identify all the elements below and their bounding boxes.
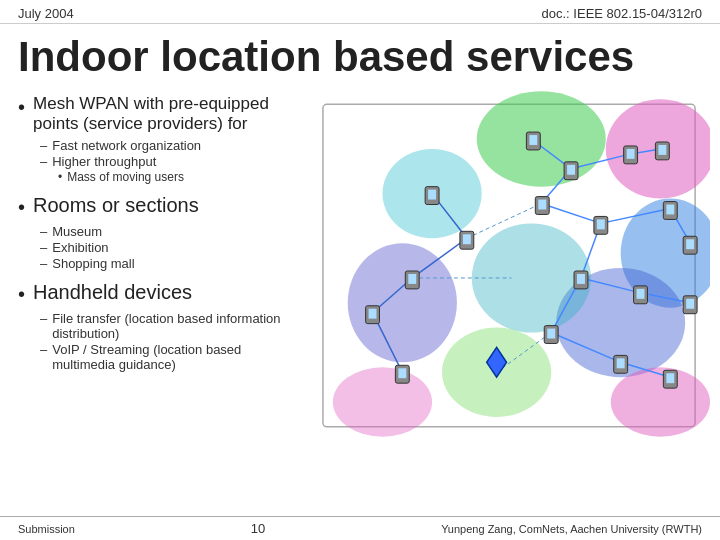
bullet-main-text-2: Rooms or sections	[33, 194, 199, 217]
slide: July 2004 doc.: IEEE 802.15-04/312r0 Ind…	[0, 0, 720, 540]
sub-text-1-1: Fast network organization	[52, 138, 201, 153]
header: July 2004 doc.: IEEE 802.15-04/312r0	[0, 0, 720, 24]
footer-right: Yunpeng Zang, ComNets, Aachen University…	[441, 523, 702, 535]
sub-list-2: – Museum – Exhibition – Shopping mall	[40, 224, 305, 271]
sub-list-1: – Fast network organization – Higher thr…	[40, 138, 305, 184]
svg-rect-66	[369, 309, 377, 319]
sub-item-3-1: – File transfer (location based informat…	[40, 311, 305, 341]
svg-rect-32	[529, 135, 537, 145]
svg-rect-44	[666, 205, 674, 215]
svg-rect-40	[538, 200, 546, 210]
svg-rect-48	[577, 274, 585, 284]
sub-text-2-3: Shopping mall	[52, 256, 134, 271]
svg-rect-36	[627, 149, 635, 159]
sub-item-2-2: – Exhibition	[40, 240, 305, 255]
svg-rect-54	[547, 329, 555, 339]
svg-point-6	[611, 367, 710, 436]
svg-rect-50	[637, 289, 645, 299]
bullet-main-1: • Mesh WPAN with pre-equipped points (se…	[18, 94, 305, 134]
svg-rect-34	[567, 165, 575, 175]
sub-item-1-2: – Higher throughput	[40, 154, 305, 169]
sub-dash: –	[40, 240, 47, 255]
sub-item-2-3: – Shopping mall	[40, 256, 305, 271]
svg-rect-68	[398, 368, 406, 378]
footer-left: Submission	[18, 523, 75, 535]
svg-rect-56	[617, 359, 625, 369]
svg-rect-64	[408, 274, 416, 284]
header-doc: doc.: IEEE 802.15-04/312r0	[542, 6, 702, 21]
svg-point-2	[477, 92, 606, 187]
slide-title: Indoor location based services	[0, 24, 720, 88]
content-area: • Mesh WPAN with pre-equipped points (se…	[0, 88, 720, 458]
sub-text-2-1: Museum	[52, 224, 102, 239]
sub-dash: –	[40, 256, 47, 271]
sub-item-3-2: – VoIP / Streaming (location based multi…	[40, 342, 305, 372]
svg-rect-46	[686, 239, 694, 249]
sub-dash: –	[40, 154, 47, 169]
bullet-dot-2: •	[18, 194, 25, 220]
svg-rect-60	[428, 190, 436, 200]
sub-dash: –	[40, 224, 47, 239]
svg-point-9	[333, 367, 432, 436]
bullet-dot-3: •	[18, 281, 25, 307]
header-date: July 2004	[18, 6, 74, 21]
svg-rect-42	[597, 220, 605, 230]
footer: Submission 10 Yunpeng Zang, ComNets, Aac…	[0, 516, 720, 540]
svg-rect-52	[686, 299, 694, 309]
sub-dash: –	[40, 342, 47, 357]
svg-line-15	[541, 204, 601, 224]
nested-dot: •	[58, 170, 62, 184]
sub-text-2-2: Exhibition	[52, 240, 108, 255]
image-column	[313, 88, 710, 458]
svg-rect-38	[658, 145, 666, 155]
svg-rect-62	[463, 234, 471, 244]
svg-rect-58	[666, 373, 674, 383]
sub-text-1-2: Higher throughput	[52, 154, 156, 169]
bullet-main-2: • Rooms or sections	[18, 194, 305, 220]
sub-list-3: – File transfer (location based informat…	[40, 311, 305, 372]
sub-dash: –	[40, 138, 47, 153]
bullet-main-3: • Handheld devices	[18, 281, 305, 307]
nested-item-1-1: • Mass of moving users	[58, 170, 305, 184]
bullet-main-text-1: Mesh WPAN with pre-equipped points (serv…	[33, 94, 305, 134]
sub-dash: –	[40, 311, 47, 326]
network-visualization	[313, 88, 710, 458]
bullet-main-text-3: Handheld devices	[33, 281, 192, 304]
footer-page-number: 10	[251, 521, 265, 536]
nested-list-1: • Mass of moving users	[58, 170, 305, 184]
sub-text-3-2: VoIP / Streaming (location based multime…	[52, 342, 305, 372]
sub-item-1-1: – Fast network organization	[40, 138, 305, 153]
text-column: • Mesh WPAN with pre-equipped points (se…	[18, 88, 313, 458]
sub-text-3-1: File transfer (location based informatio…	[52, 311, 305, 341]
nested-text-1-1: Mass of moving users	[67, 170, 184, 184]
bullet-section-3: • Handheld devices – File transfer (loca…	[18, 281, 305, 372]
bullet-section-2: • Rooms or sections – Museum – Exhibitio…	[18, 194, 305, 271]
sub-item-2-1: – Museum	[40, 224, 305, 239]
svg-point-8	[348, 243, 457, 362]
bullet-dot-1: •	[18, 94, 25, 120]
bullet-section-1: • Mesh WPAN with pre-equipped points (se…	[18, 94, 305, 184]
